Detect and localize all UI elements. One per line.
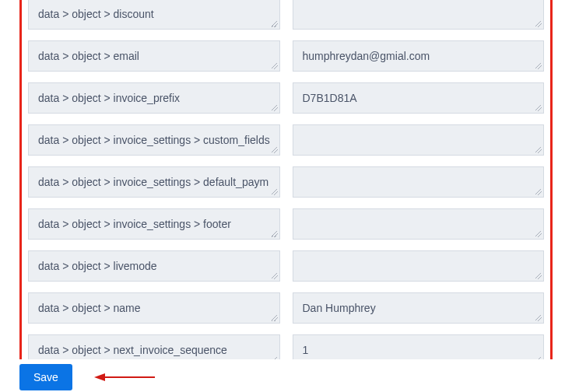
mapping-row: data > object > invoice_settings > defau… — [28, 166, 544, 198]
field-value[interactable] — [293, 166, 545, 198]
annotation-arrow-icon — [94, 372, 155, 383]
field-path[interactable]: data > object > livemode — [28, 250, 280, 282]
field-path[interactable]: data > object > invoice_settings > defau… — [28, 166, 280, 198]
field-value[interactable] — [293, 208, 545, 240]
field-path[interactable]: data > object > email — [28, 40, 280, 72]
mapping-row: data > object > livemode — [28, 250, 544, 282]
mapping-row: data > object > invoice_prefixD7B1D81A — [28, 82, 544, 114]
field-value[interactable]: Dan Humphrey — [293, 292, 545, 324]
field-value[interactable] — [293, 250, 545, 282]
field-path[interactable]: data > object > name — [28, 292, 280, 324]
save-bar: Save — [19, 364, 155, 390]
svg-marker-1 — [94, 373, 105, 381]
mapping-row: data > object > invoice_settings > custo… — [28, 124, 544, 156]
form-scroll-area[interactable]: data > object > discountdata > object > … — [19, 0, 553, 359]
mapping-row: data > object > emailhumphreydan@gmial.c… — [28, 40, 544, 72]
field-path[interactable]: data > object > next_invoice_sequence — [28, 334, 280, 359]
viewport: data > object > discountdata > object > … — [0, 0, 565, 392]
field-value[interactable]: 1 — [293, 334, 545, 359]
highlighted-form-region: data > object > discountdata > object > … — [19, 0, 553, 359]
field-path[interactable]: data > object > discount — [28, 0, 280, 30]
save-button[interactable]: Save — [19, 364, 72, 390]
mapping-row: data > object > invoice_settings > foote… — [28, 208, 544, 240]
field-path[interactable]: data > object > invoice_settings > custo… — [28, 124, 280, 156]
field-path[interactable]: data > object > invoice_prefix — [28, 82, 280, 114]
field-path[interactable]: data > object > invoice_settings > foote… — [28, 208, 280, 240]
field-value[interactable] — [293, 0, 545, 30]
mapping-row: data > object > next_invoice_sequence1 — [28, 334, 544, 359]
mapping-row: data > object > discount — [28, 0, 544, 30]
field-value[interactable]: D7B1D81A — [293, 82, 545, 114]
mapping-row: data > object > nameDan Humphrey — [28, 292, 544, 324]
field-value[interactable] — [293, 124, 544, 156]
field-value[interactable]: humphreydan@gmial.com — [293, 40, 545, 72]
